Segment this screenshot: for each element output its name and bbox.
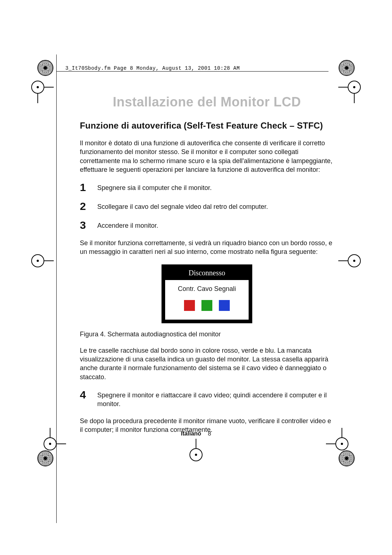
stfc-inner-label: Contr. Cavo Segnali [169, 285, 245, 293]
stfc-inner: Contr. Cavo Segnali [165, 280, 249, 320]
reg-mark-icon [348, 254, 361, 267]
step-row: 2 Scollegare il cavo del segnale video d… [80, 201, 334, 212]
step-number: 2 [80, 201, 97, 212]
step-text: Spegnere sia il computer che il monitor. [97, 182, 334, 192]
crop-line-top [56, 71, 328, 72]
rgb-row [169, 300, 245, 311]
crop-line-left [56, 54, 57, 523]
reg-mark-icon [44, 437, 57, 450]
step-number: 4 [80, 389, 97, 400]
intro-paragraph: Il monitor è dotato di una funzione di a… [80, 139, 334, 174]
reg-mark-icon [189, 448, 203, 461]
subsection-title: Funzione di autoverifica (Self-Test Feat… [80, 121, 334, 131]
step-row: 4 Spegnere il monitor e riattaccare il c… [80, 389, 334, 409]
step-number: 1 [80, 182, 97, 193]
footer-page-number: 8 [208, 430, 211, 437]
stfc-outer-label: Disconnesso [165, 268, 249, 280]
reg-sun-icon [339, 60, 355, 76]
reg-sun-icon [339, 450, 355, 466]
figure: Disconnesso Contr. Cavo Segnali [80, 264, 334, 323]
reg-mark-icon [335, 437, 348, 450]
rgb-square-blue [219, 300, 230, 311]
reg-mark-icon [348, 81, 361, 94]
figure-caption: Figura 4. Schermata autodiagnostica del … [80, 331, 334, 338]
reg-mark-icon [31, 81, 44, 94]
paragraph-2: Le tre caselle racchiuse dal bordo sono … [80, 346, 334, 381]
step-text: Accendere il monitor. [97, 220, 334, 230]
page-content: Installazione del Monitor LCD Funzione d… [80, 94, 334, 442]
step-text: Spegnere il monitor e riattaccare il cav… [97, 389, 334, 409]
reg-mark-icon [31, 254, 44, 267]
step-text: Scollegare il cavo del segnale video dal… [97, 201, 334, 211]
rgb-square-green [201, 300, 212, 311]
reg-sun-icon [37, 60, 53, 76]
footer-language: Italiano [181, 430, 201, 437]
step-row: 1 Spegnere sia il computer che il monito… [80, 182, 334, 193]
rgb-square-red [184, 300, 195, 311]
step-number: 3 [80, 220, 97, 231]
reg-sun-icon [37, 450, 53, 466]
page-footer: Italiano 8 [0, 430, 392, 437]
page-source-header: 3_It70Sbody.fm Page 8 Monday, August 13,… [65, 65, 240, 71]
section-title: Installazione del Monitor LCD [80, 94, 334, 110]
post-steps-paragraph: Se il monitor funziona correttamente, si… [80, 239, 334, 256]
stfc-box: Disconnesso Contr. Cavo Segnali [162, 264, 252, 323]
step-row: 3 Accendere il monitor. [80, 220, 334, 231]
